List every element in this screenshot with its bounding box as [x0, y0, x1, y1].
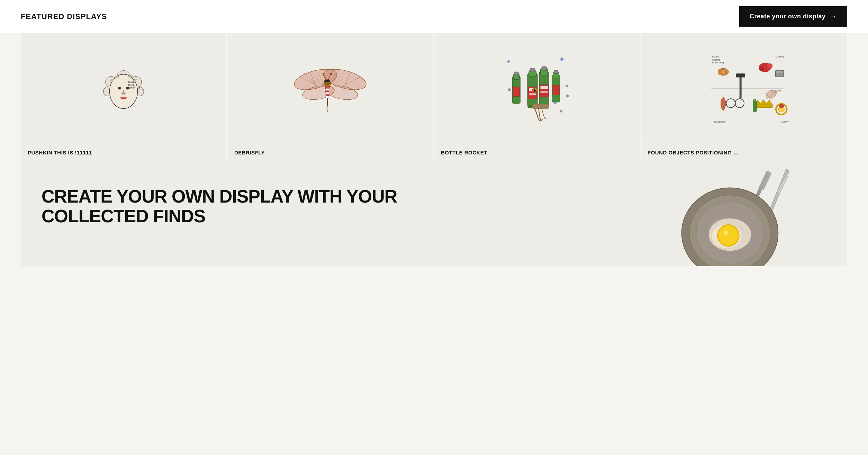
svg-text:Objects: Objects — [712, 59, 720, 61]
svg-rect-64 — [513, 87, 519, 97]
svg-text:Positioning: Positioning — [712, 61, 724, 64]
pushkin-label: PUSHKIN THIS IS !11111 — [21, 144, 226, 162]
svg-rect-69 — [532, 104, 549, 108]
debrisfly-label: DEBRISFLY — [227, 144, 433, 162]
svg-point-83 — [721, 70, 725, 74]
svg-rect-67 — [554, 70, 558, 74]
svg-rect-60 — [541, 91, 548, 93]
svg-rect-50 — [530, 68, 535, 72]
svg-point-100 — [774, 91, 777, 93]
svg-rect-96 — [753, 101, 756, 111]
create-display-button[interactable]: Create your own display → — [739, 6, 847, 27]
display-card-bottle-rocket[interactable]: ✦ ✦ ✦ — [434, 33, 641, 162]
svg-rect-54 — [529, 93, 536, 95]
svg-text:Useless: Useless — [776, 55, 784, 58]
bottle-rocket-label: BOTTLE ROCKET — [434, 144, 640, 162]
dragonfly-artwork — [285, 50, 375, 126]
svg-point-101 — [766, 96, 769, 99]
svg-point-86 — [759, 67, 764, 71]
svg-text:✦: ✦ — [558, 55, 566, 64]
svg-text:✦: ✦ — [506, 57, 511, 65]
svg-text:ОБЯСНЕ1111: ОБЯСНЕ1111 — [126, 87, 140, 89]
svg-point-31 — [327, 80, 330, 82]
create-button-label: Create your own display — [750, 13, 826, 20]
display-card-debrisfly[interactable]: DEBRISFLY — [227, 33, 434, 162]
svg-point-47 — [566, 95, 569, 98]
svg-point-94 — [779, 105, 784, 108]
svg-point-30 — [325, 80, 327, 82]
svg-text:ПЫЩЬ: ПЫЩЬ — [128, 84, 135, 87]
svg-rect-57 — [542, 66, 546, 70]
display-card-found-objects[interactable]: Found Objects Positioning Useless Discou… — [641, 33, 847, 162]
plate-illustration — [671, 162, 826, 266]
svg-point-104 — [735, 99, 744, 108]
found-objects-artwork: Found Objects Positioning Useless Discou… — [692, 45, 796, 132]
arrow-icon: → — [830, 12, 837, 20]
svg-rect-59 — [541, 86, 548, 89]
featured-displays-title: FEATURED DISPLAYS — [21, 12, 107, 21]
pushkin-image-area: ПЫЩЬ ПЫЩЬ ОБЯСНЕ1111 — [21, 33, 226, 144]
svg-point-103 — [726, 99, 735, 108]
svg-rect-89 — [776, 74, 783, 76]
svg-rect-97 — [753, 99, 756, 102]
display-card-pushkin[interactable]: ПЫЩЬ ПЫЩЬ ОБЯСНЕ1111 PUSHKIN THIS IS !11… — [21, 33, 227, 162]
pushkin-artwork: ПЫЩЬ ПЫЩЬ ОБЯСНЕ1111 — [89, 57, 158, 119]
svg-rect-23 — [325, 86, 329, 89]
svg-rect-91 — [736, 74, 745, 77]
found-objects-label: FOUND OBJECTS POSITIONING … — [641, 144, 847, 162]
cta-section: CREATE YOUR OWN DISPLAY WITH YOUR COLLEC… — [21, 162, 847, 266]
svg-rect-90 — [740, 75, 741, 99]
svg-point-32 — [323, 73, 324, 75]
debrisfly-image-area — [227, 33, 433, 144]
svg-text:Discounter: Discounter — [714, 121, 726, 123]
bottle-rocket-artwork: ✦ ✦ ✦ — [485, 45, 589, 132]
svg-point-46 — [560, 110, 562, 113]
svg-rect-68 — [553, 85, 559, 95]
svg-point-102 — [769, 96, 772, 99]
svg-point-85 — [766, 63, 772, 68]
svg-point-121 — [724, 231, 729, 235]
svg-point-43 — [508, 88, 511, 91]
found-objects-image-area: Found Objects Positioning Useless Discou… — [641, 33, 847, 144]
svg-rect-95 — [754, 104, 772, 108]
svg-point-6 — [118, 87, 121, 89]
cta-heading: CREATE YOUR OWN DISPLAY WITH YOUR COLLEC… — [42, 187, 434, 226]
displays-grid: ПЫЩЬ ПЫЩЬ ОБЯСНЕ1111 PUSHKIN THIS IS !11… — [0, 33, 868, 162]
svg-text:Luxury: Luxury — [781, 121, 788, 123]
svg-text:✦: ✦ — [564, 82, 570, 90]
cta-image-area — [671, 169, 826, 266]
svg-text:Found: Found — [712, 55, 719, 58]
bottle-rocket-image-area: ✦ ✦ ✦ — [434, 33, 640, 144]
svg-rect-63 — [514, 72, 518, 75]
svg-rect-88 — [776, 71, 783, 74]
svg-point-72 — [535, 89, 536, 90]
svg-point-33 — [330, 73, 332, 75]
header: FEATURED DISPLAYS Create your own displa… — [0, 0, 868, 33]
svg-text:ПЫЩЬ: ПЫЩЬ — [128, 81, 135, 83]
svg-point-120 — [719, 226, 738, 245]
